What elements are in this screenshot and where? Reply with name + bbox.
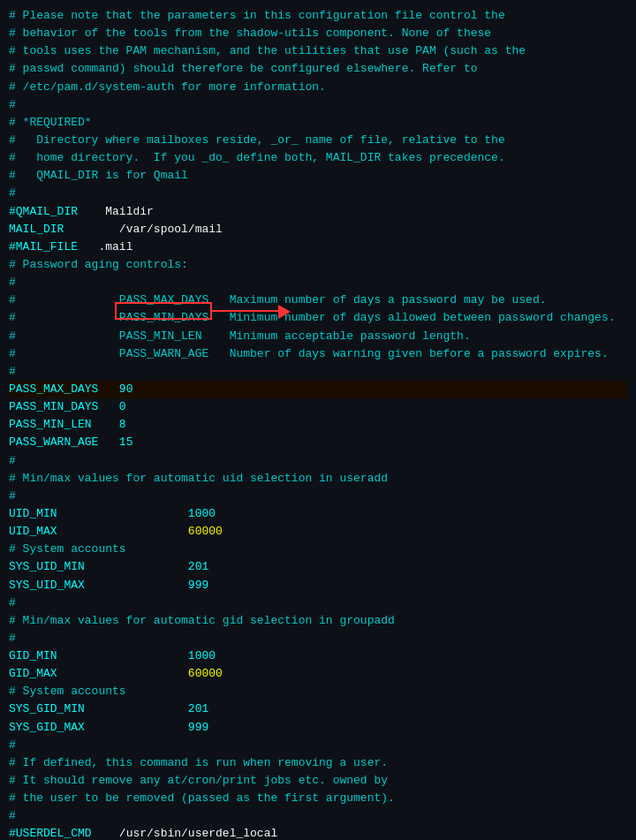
code-line: SYS_GID_MAX 999 bbox=[9, 719, 627, 737]
code-line: # *REQUIRED* bbox=[9, 114, 627, 132]
code-line: PASS_MIN_LEN 8 bbox=[9, 416, 627, 434]
code-line: # bbox=[9, 363, 627, 381]
code-line: # PASS_MIN_DAYS Minimum number of days a… bbox=[9, 309, 627, 327]
code-line: # bbox=[9, 96, 627, 114]
code-line: # tools uses the PAM mechanism, and the … bbox=[9, 42, 627, 60]
code-line: GID_MAX 60000 bbox=[9, 665, 627, 683]
code-line: PASS_WARN_AGE 15 bbox=[9, 434, 627, 451]
code-line: UID_MAX 60000 bbox=[9, 523, 627, 541]
code-line: PASS_MAX_DAYS 90 bbox=[9, 381, 627, 398]
code-line: # bbox=[9, 274, 627, 291]
code-line: # Directory where mailboxes reside, _or_… bbox=[9, 132, 627, 149]
code-line: # QMAIL_DIR is for Qmail bbox=[9, 167, 627, 185]
code-line: UID_MIN 1000 bbox=[9, 505, 627, 523]
code-line: # bbox=[9, 185, 627, 202]
terminal-window: # Please note that the parameters in thi… bbox=[0, 0, 636, 840]
code-line: # the user to be removed (passed as the … bbox=[9, 790, 627, 807]
code-line: # bbox=[9, 630, 627, 647]
code-line: # System accounts bbox=[9, 541, 627, 558]
code-line: # PASS_MIN_LEN Minimum acceptable passwo… bbox=[9, 328, 627, 345]
code-line: # bbox=[9, 594, 627, 612]
code-line: SYS_UID_MIN 201 bbox=[9, 558, 627, 576]
code-line: # bbox=[9, 737, 627, 754]
code-line: # PASS_WARN_AGE Number of days warning g… bbox=[9, 345, 627, 363]
code-line: # If defined, this command is run when r… bbox=[9, 754, 627, 772]
code-line: # It should remove any at/cron/print job… bbox=[9, 772, 627, 790]
code-line: # home directory. If you _do_ define bot… bbox=[9, 149, 627, 167]
code-line: # PASS_MAX_DAYS Maximum number of days a… bbox=[9, 291, 627, 309]
code-line: PASS_MIN_DAYS 0 bbox=[9, 398, 627, 416]
code-line: # bbox=[9, 452, 627, 470]
code-line: # bbox=[9, 488, 627, 505]
code-line: # Please note that the parameters in thi… bbox=[9, 7, 627, 25]
code-content: # Please note that the parameters in thi… bbox=[9, 7, 627, 840]
code-line: #MAIL_FILE .mail bbox=[9, 238, 627, 256]
code-line: # passwd command) should therefore be co… bbox=[9, 60, 627, 78]
code-line: SYS_GID_MIN 201 bbox=[9, 700, 627, 718]
code-line: # System accounts bbox=[9, 683, 627, 700]
code-line: GID_MIN 1000 bbox=[9, 647, 627, 665]
code-line: # bbox=[9, 807, 627, 825]
code-line: SYS_UID_MAX 999 bbox=[9, 577, 627, 594]
code-line: # Min/max values for automatic uid selec… bbox=[9, 470, 627, 488]
code-line: #USERDEL_CMD /usr/sbin/userdel_local bbox=[9, 825, 627, 840]
code-line: # Password aging controls: bbox=[9, 256, 627, 274]
code-line: #QMAIL_DIR Maildir bbox=[9, 203, 627, 221]
code-line: # Min/max values for automatic gid selec… bbox=[9, 612, 627, 630]
code-line: # /etc/pam.d/system-auth for more inform… bbox=[9, 79, 627, 96]
code-line: # behavior of the tools from the shadow-… bbox=[9, 25, 627, 42]
code-line: MAIL_DIR /var/spool/mail bbox=[9, 221, 627, 238]
